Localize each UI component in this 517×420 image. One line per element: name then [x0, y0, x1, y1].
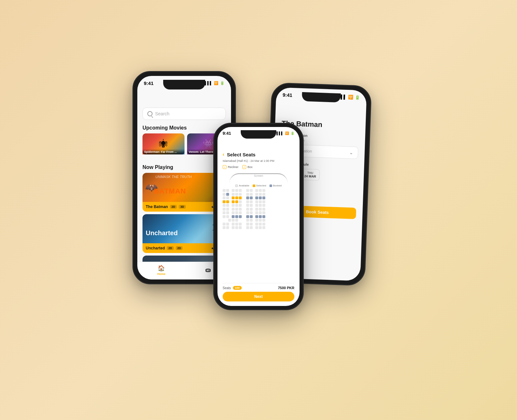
search-input[interactable]: Search: [155, 111, 169, 116]
status-time-main: 9:41: [144, 80, 153, 86]
batman-title: The Batman: [146, 205, 168, 209]
seat-legend: Available Selected Booked: [223, 184, 294, 187]
booked-dot: [269, 184, 272, 187]
filter-box-label: Box: [248, 165, 253, 169]
seats-bottom-bar: Seats 100 7500 PKR: [223, 283, 294, 290]
status-time-detail: 9:41: [282, 92, 292, 98]
seats-count-badge: 100: [233, 286, 242, 290]
filter-box[interactable]: ✓ Box: [242, 165, 253, 169]
recliner-checkbox[interactable]: ✓: [223, 165, 227, 169]
chevron-down-icon: ⌄: [349, 150, 353, 155]
filter-recliner-label: Recliner: [228, 165, 238, 169]
home-icon: 🏠: [158, 265, 165, 272]
seats-label: Seats: [223, 286, 231, 290]
nav-home[interactable]: 🏠 Home: [157, 265, 165, 276]
batman-badge-3d: 3D: [179, 205, 186, 209]
phone-seats: 9:41 ▌▌▌ 🛜 🔋 ‹ Select Seats Islamabad (H…: [213, 123, 304, 310]
filter-recliner[interactable]: ✓ Recliner: [223, 165, 238, 169]
selected-dot: [253, 184, 255, 187]
seat-type-filters: ✓ Recliner ✓ Box: [223, 165, 294, 169]
spiderman-label: Spiderman: Far From ...: [142, 149, 185, 154]
status-icons-detail: ▌▌▌ 🛜 🔋: [338, 94, 360, 100]
tickets-icon: 🎟: [205, 267, 211, 274]
seats-header: ‹ Select Seats: [223, 152, 294, 157]
seats-count: Seats 100: [223, 286, 242, 290]
batman-badge-2d: 2D: [170, 205, 177, 209]
next-button[interactable]: Next: [223, 292, 294, 301]
uncharted-badge-2d2: 2D: [176, 246, 183, 250]
search-icon: [147, 111, 153, 116]
legend-selected-label: Selected: [256, 184, 266, 187]
legend-available-label: Available: [239, 184, 249, 187]
legend-available: Available: [235, 184, 249, 187]
box-checkbox[interactable]: ✓: [242, 165, 246, 169]
seat-section-left: [223, 189, 242, 282]
status-time-seats: 9:41: [223, 131, 231, 136]
screen-label: Screen: [254, 174, 263, 177]
status-icons-main: ▌▌▌ 🛜 🔋: [205, 81, 225, 85]
status-icons-seats: ▌▌▌ 🛜 🔋: [277, 131, 294, 135]
nav-tickets[interactable]: 🎟: [205, 267, 211, 274]
price-text: 7500 PKR: [278, 286, 294, 290]
home-label: Home: [157, 272, 165, 276]
search-bar[interactable]: Search: [142, 108, 226, 120]
legend-booked: Booked: [269, 184, 282, 187]
uncharted-title: Uncharted: [146, 246, 165, 250]
available-dot: [235, 184, 238, 187]
uncharted-badge-2d1: 2D: [167, 246, 174, 250]
day-date-thu: 24 MAR: [304, 174, 316, 178]
movie-card-spiderman[interactable]: Spiderman: Far From ...: [142, 133, 185, 159]
seat-section-right: [246, 189, 265, 282]
screen-area: Screen: [223, 172, 294, 183]
seats-screen-title: Select Seats: [227, 152, 255, 157]
legend-booked-label: Booked: [273, 184, 282, 187]
back-button[interactable]: ‹: [223, 152, 224, 157]
seat-grid: [223, 189, 294, 282]
showing-info: Islamabad (Hall #1) - 24 Mar at 1:00 PM: [223, 159, 294, 163]
spiderman-thumbnail: Spiderman: Far From ...: [142, 133, 185, 154]
legend-selected: Selected: [253, 184, 266, 187]
